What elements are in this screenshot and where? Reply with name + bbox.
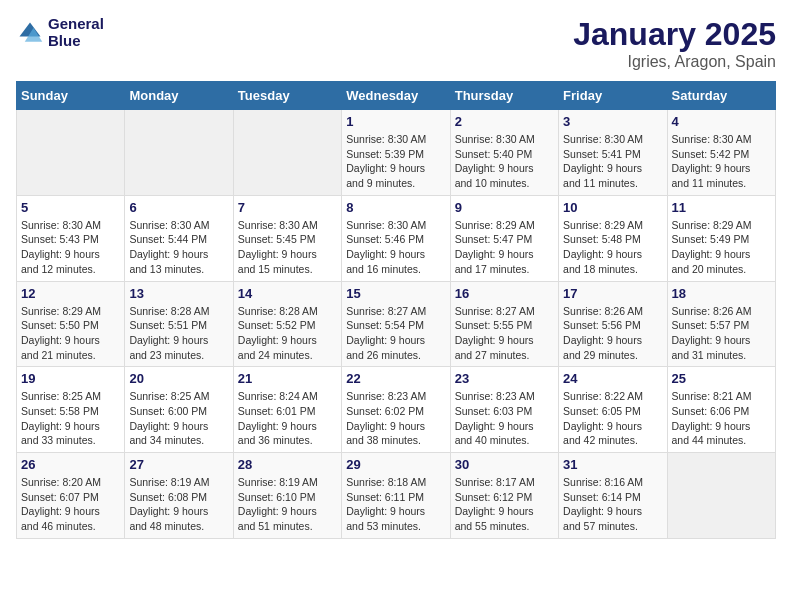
day-number: 27 xyxy=(129,457,228,472)
day-info: Sunrise: 8:24 AM Sunset: 6:01 PM Dayligh… xyxy=(238,389,337,448)
day-number: 8 xyxy=(346,200,445,215)
calendar-week-row: 19Sunrise: 8:25 AM Sunset: 5:58 PM Dayli… xyxy=(17,367,776,453)
calendar-week-row: 26Sunrise: 8:20 AM Sunset: 6:07 PM Dayli… xyxy=(17,453,776,539)
calendar-day-cell: 19Sunrise: 8:25 AM Sunset: 5:58 PM Dayli… xyxy=(17,367,125,453)
day-info: Sunrise: 8:28 AM Sunset: 5:52 PM Dayligh… xyxy=(238,304,337,363)
day-number: 26 xyxy=(21,457,120,472)
calendar-day-cell: 12Sunrise: 8:29 AM Sunset: 5:50 PM Dayli… xyxy=(17,281,125,367)
calendar-day-cell: 6Sunrise: 8:30 AM Sunset: 5:44 PM Daylig… xyxy=(125,195,233,281)
calendar-week-row: 1Sunrise: 8:30 AM Sunset: 5:39 PM Daylig… xyxy=(17,110,776,196)
calendar-day-cell: 22Sunrise: 8:23 AM Sunset: 6:02 PM Dayli… xyxy=(342,367,450,453)
calendar-day-cell: 20Sunrise: 8:25 AM Sunset: 6:00 PM Dayli… xyxy=(125,367,233,453)
calendar-day-cell: 2Sunrise: 8:30 AM Sunset: 5:40 PM Daylig… xyxy=(450,110,558,196)
day-number: 21 xyxy=(238,371,337,386)
day-number: 7 xyxy=(238,200,337,215)
weekday-header: Thursday xyxy=(450,82,558,110)
calendar-day-cell: 18Sunrise: 8:26 AM Sunset: 5:57 PM Dayli… xyxy=(667,281,775,367)
day-number: 13 xyxy=(129,286,228,301)
weekday-header: Saturday xyxy=(667,82,775,110)
day-number: 22 xyxy=(346,371,445,386)
calendar-table: SundayMondayTuesdayWednesdayThursdayFrid… xyxy=(16,81,776,539)
day-info: Sunrise: 8:26 AM Sunset: 5:57 PM Dayligh… xyxy=(672,304,771,363)
day-info: Sunrise: 8:27 AM Sunset: 5:54 PM Dayligh… xyxy=(346,304,445,363)
day-info: Sunrise: 8:30 AM Sunset: 5:43 PM Dayligh… xyxy=(21,218,120,277)
day-info: Sunrise: 8:30 AM Sunset: 5:42 PM Dayligh… xyxy=(672,132,771,191)
weekday-header: Monday xyxy=(125,82,233,110)
day-number: 30 xyxy=(455,457,554,472)
day-number: 28 xyxy=(238,457,337,472)
day-info: Sunrise: 8:21 AM Sunset: 6:06 PM Dayligh… xyxy=(672,389,771,448)
calendar-week-row: 5Sunrise: 8:30 AM Sunset: 5:43 PM Daylig… xyxy=(17,195,776,281)
calendar-day-cell: 11Sunrise: 8:29 AM Sunset: 5:49 PM Dayli… xyxy=(667,195,775,281)
day-info: Sunrise: 8:26 AM Sunset: 5:56 PM Dayligh… xyxy=(563,304,662,363)
day-number: 9 xyxy=(455,200,554,215)
day-info: Sunrise: 8:30 AM Sunset: 5:41 PM Dayligh… xyxy=(563,132,662,191)
calendar-day-cell: 8Sunrise: 8:30 AM Sunset: 5:46 PM Daylig… xyxy=(342,195,450,281)
calendar-day-cell: 13Sunrise: 8:28 AM Sunset: 5:51 PM Dayli… xyxy=(125,281,233,367)
day-info: Sunrise: 8:27 AM Sunset: 5:55 PM Dayligh… xyxy=(455,304,554,363)
day-number: 16 xyxy=(455,286,554,301)
calendar-day-cell: 7Sunrise: 8:30 AM Sunset: 5:45 PM Daylig… xyxy=(233,195,341,281)
calendar-day-cell xyxy=(667,453,775,539)
calendar-week-row: 12Sunrise: 8:29 AM Sunset: 5:50 PM Dayli… xyxy=(17,281,776,367)
calendar-day-cell: 31Sunrise: 8:16 AM Sunset: 6:14 PM Dayli… xyxy=(559,453,667,539)
day-number: 1 xyxy=(346,114,445,129)
calendar-day-cell: 17Sunrise: 8:26 AM Sunset: 5:56 PM Dayli… xyxy=(559,281,667,367)
calendar-day-cell: 27Sunrise: 8:19 AM Sunset: 6:08 PM Dayli… xyxy=(125,453,233,539)
calendar-day-cell: 5Sunrise: 8:30 AM Sunset: 5:43 PM Daylig… xyxy=(17,195,125,281)
day-info: Sunrise: 8:22 AM Sunset: 6:05 PM Dayligh… xyxy=(563,389,662,448)
calendar-day-cell: 25Sunrise: 8:21 AM Sunset: 6:06 PM Dayli… xyxy=(667,367,775,453)
calendar-day-cell xyxy=(17,110,125,196)
weekday-header-row: SundayMondayTuesdayWednesdayThursdayFrid… xyxy=(17,82,776,110)
calendar-day-cell: 21Sunrise: 8:24 AM Sunset: 6:01 PM Dayli… xyxy=(233,367,341,453)
calendar-day-cell xyxy=(233,110,341,196)
day-info: Sunrise: 8:29 AM Sunset: 5:48 PM Dayligh… xyxy=(563,218,662,277)
day-number: 23 xyxy=(455,371,554,386)
day-info: Sunrise: 8:28 AM Sunset: 5:51 PM Dayligh… xyxy=(129,304,228,363)
day-number: 2 xyxy=(455,114,554,129)
calendar-day-cell: 16Sunrise: 8:27 AM Sunset: 5:55 PM Dayli… xyxy=(450,281,558,367)
logo-icon xyxy=(16,19,44,47)
day-info: Sunrise: 8:19 AM Sunset: 6:10 PM Dayligh… xyxy=(238,475,337,534)
day-number: 5 xyxy=(21,200,120,215)
day-info: Sunrise: 8:20 AM Sunset: 6:07 PM Dayligh… xyxy=(21,475,120,534)
day-number: 18 xyxy=(672,286,771,301)
calendar-day-cell xyxy=(125,110,233,196)
calendar-day-cell: 29Sunrise: 8:18 AM Sunset: 6:11 PM Dayli… xyxy=(342,453,450,539)
calendar-day-cell: 26Sunrise: 8:20 AM Sunset: 6:07 PM Dayli… xyxy=(17,453,125,539)
calendar-day-cell: 4Sunrise: 8:30 AM Sunset: 5:42 PM Daylig… xyxy=(667,110,775,196)
day-info: Sunrise: 8:25 AM Sunset: 5:58 PM Dayligh… xyxy=(21,389,120,448)
day-info: Sunrise: 8:18 AM Sunset: 6:11 PM Dayligh… xyxy=(346,475,445,534)
calendar-day-cell: 24Sunrise: 8:22 AM Sunset: 6:05 PM Dayli… xyxy=(559,367,667,453)
calendar-day-cell: 28Sunrise: 8:19 AM Sunset: 6:10 PM Dayli… xyxy=(233,453,341,539)
page-header: General Blue January 2025 Igries, Aragon… xyxy=(16,16,776,71)
logo: General Blue xyxy=(16,16,104,49)
day-number: 29 xyxy=(346,457,445,472)
weekday-header: Wednesday xyxy=(342,82,450,110)
day-info: Sunrise: 8:30 AM Sunset: 5:46 PM Dayligh… xyxy=(346,218,445,277)
day-number: 20 xyxy=(129,371,228,386)
calendar-day-cell: 1Sunrise: 8:30 AM Sunset: 5:39 PM Daylig… xyxy=(342,110,450,196)
calendar-day-cell: 15Sunrise: 8:27 AM Sunset: 5:54 PM Dayli… xyxy=(342,281,450,367)
day-info: Sunrise: 8:23 AM Sunset: 6:03 PM Dayligh… xyxy=(455,389,554,448)
day-info: Sunrise: 8:30 AM Sunset: 5:39 PM Dayligh… xyxy=(346,132,445,191)
day-info: Sunrise: 8:23 AM Sunset: 6:02 PM Dayligh… xyxy=(346,389,445,448)
day-info: Sunrise: 8:29 AM Sunset: 5:49 PM Dayligh… xyxy=(672,218,771,277)
day-number: 15 xyxy=(346,286,445,301)
day-number: 25 xyxy=(672,371,771,386)
weekday-header: Sunday xyxy=(17,82,125,110)
day-number: 6 xyxy=(129,200,228,215)
day-info: Sunrise: 8:25 AM Sunset: 6:00 PM Dayligh… xyxy=(129,389,228,448)
day-number: 19 xyxy=(21,371,120,386)
day-number: 31 xyxy=(563,457,662,472)
day-number: 17 xyxy=(563,286,662,301)
day-number: 4 xyxy=(672,114,771,129)
calendar-day-cell: 23Sunrise: 8:23 AM Sunset: 6:03 PM Dayli… xyxy=(450,367,558,453)
day-info: Sunrise: 8:30 AM Sunset: 5:44 PM Dayligh… xyxy=(129,218,228,277)
day-number: 10 xyxy=(563,200,662,215)
day-number: 14 xyxy=(238,286,337,301)
day-info: Sunrise: 8:29 AM Sunset: 5:50 PM Dayligh… xyxy=(21,304,120,363)
day-number: 11 xyxy=(672,200,771,215)
day-number: 12 xyxy=(21,286,120,301)
calendar-day-cell: 3Sunrise: 8:30 AM Sunset: 5:41 PM Daylig… xyxy=(559,110,667,196)
